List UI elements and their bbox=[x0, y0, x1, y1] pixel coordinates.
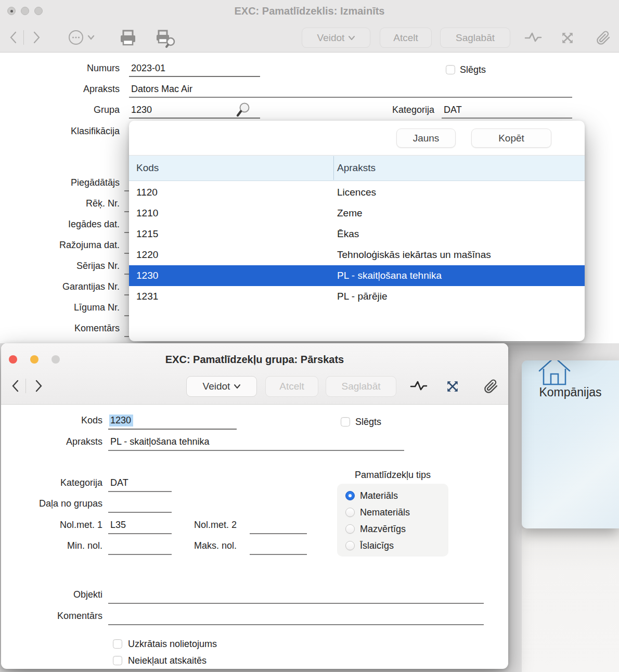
paste-special-magnifier-icon[interactable] bbox=[235, 102, 252, 120]
numurs-label: Numurs bbox=[0, 62, 125, 74]
apraksts-label: Apraksts bbox=[1, 436, 108, 447]
apraksts-value[interactable]: PL - skaitļošana tehnika bbox=[110, 436, 209, 447]
asset-group-window: EXC: Pamatlīdzekļu grupa: Pārskats Veido… bbox=[1, 343, 508, 669]
apraksts-column-header[interactable]: Apraksts bbox=[337, 162, 376, 174]
background-window-area bbox=[522, 528, 619, 672]
uzkratais-nolietojums-checkbox[interactable] bbox=[113, 639, 122, 649]
radio-mazvertigs-label: Mazvērtīgs bbox=[360, 524, 406, 534]
asset-group-paste-special-window: Jauns Kopēt Kods Apraksts 1120Licences 1… bbox=[129, 121, 585, 341]
maks-nol-underline bbox=[250, 554, 307, 555]
apraksts-label: Apraksts bbox=[0, 83, 125, 95]
nolmet1-underline bbox=[108, 533, 172, 534]
komentars-label: Komentārs bbox=[1, 610, 108, 622]
asset-window-title: EXC: Pamatlīdzeklis: Izmainīts bbox=[0, 5, 619, 17]
companies-panel[interactable]: Kompānijas bbox=[522, 360, 619, 528]
atcelt-button: Atcelt bbox=[265, 376, 318, 397]
radio-nemateriāls-label: Nemateriāls bbox=[360, 507, 410, 518]
nolmet1-value[interactable]: L35 bbox=[110, 519, 126, 531]
slegts-checkbox[interactable] bbox=[446, 65, 455, 74]
objekti-label: Objekti bbox=[1, 589, 108, 600]
list-row[interactable]: 1120Licences bbox=[129, 182, 585, 203]
list-header: Kods Apraksts bbox=[129, 155, 585, 181]
activity-icon[interactable] bbox=[410, 380, 428, 394]
radio-mazvertigs[interactable] bbox=[345, 524, 355, 534]
min-nol-underline bbox=[108, 554, 172, 555]
kods-label: Kods bbox=[1, 415, 108, 426]
razojuma-dat-label: Ražojuma dat. bbox=[0, 239, 125, 251]
group-window-titlebar: EXC: Pamatlīdzekļu grupa: Pārskats Veido… bbox=[1, 343, 508, 405]
paperclip-icon[interactable] bbox=[484, 379, 498, 396]
grupa-value[interactable]: 1230 bbox=[131, 104, 152, 115]
companies-label: Kompānijas bbox=[522, 385, 619, 399]
group-window-title: EXC: Pamatlīdzekļu grupa: Pārskats bbox=[1, 354, 508, 366]
column-divider bbox=[333, 156, 334, 180]
slegts-checkbox[interactable] bbox=[341, 417, 350, 427]
expand-icon[interactable] bbox=[446, 380, 459, 395]
back-icon[interactable] bbox=[7, 30, 20, 47]
liguma-nr-label: Līguma Nr. bbox=[0, 302, 125, 313]
list-row-selected[interactable]: 1230PL - skaitļošana tehnika bbox=[129, 265, 585, 286]
asset-type-radio-group: Materiāls Nemateriāls Mazvērtīgs Īslaicī… bbox=[337, 484, 448, 557]
print-icon[interactable] bbox=[119, 29, 137, 49]
iegades-dat-label: Iegādes dat. bbox=[0, 218, 125, 230]
numurs-underline bbox=[129, 76, 260, 77]
min-nol-label: Min. nol. bbox=[1, 540, 108, 551]
atcelt-button[interactable]: Atcelt bbox=[380, 28, 432, 48]
tips-heading: Pamatlīdzekļu tips bbox=[337, 470, 448, 481]
saglabat-button: Saglabāt bbox=[326, 376, 396, 397]
kategorija-label: Kategorija bbox=[1, 477, 108, 488]
kods-column-header[interactable]: Kods bbox=[136, 162, 159, 174]
rek-nr-label: Rēķ. Nr. bbox=[0, 198, 125, 209]
serijas-nr-label: Sērijas Nr. bbox=[0, 260, 125, 272]
klasifikacija-label: Klasifikācija bbox=[0, 125, 125, 137]
kategorija-value[interactable]: DAT bbox=[444, 104, 462, 115]
komentars-underline bbox=[108, 624, 484, 625]
grupa-label: Grupa bbox=[0, 104, 125, 115]
list-row[interactable]: 1220Tehnoloģiskās iekārtas un mašīnas bbox=[129, 244, 585, 265]
radio-materials[interactable] bbox=[345, 491, 355, 500]
forward-icon[interactable] bbox=[30, 30, 43, 47]
print-preview-icon[interactable] bbox=[154, 29, 178, 50]
jauns-button[interactable]: Jauns bbox=[396, 128, 456, 148]
saglabat-button[interactable]: Saglabāt bbox=[440, 28, 510, 48]
list-row[interactable]: 1231PL - pārējie bbox=[129, 286, 585, 307]
kods-value[interactable]: 1230 bbox=[110, 415, 133, 426]
paperclip-icon[interactable] bbox=[596, 30, 611, 48]
komentars-label: Komentārs bbox=[0, 322, 125, 334]
neieklaut-atskaites-label: Neiekļaut atskaitēs bbox=[128, 655, 207, 666]
apraksts-underline bbox=[129, 97, 572, 98]
back-icon[interactable] bbox=[9, 379, 22, 395]
nav-divider bbox=[25, 379, 26, 393]
forward-icon[interactable] bbox=[32, 379, 45, 395]
nolmet2-underline bbox=[250, 533, 307, 534]
veidot-button[interactable]: Veidot bbox=[186, 376, 257, 397]
piegadatajs-label: Piegādātājs bbox=[0, 177, 125, 188]
kategorija-underline bbox=[442, 118, 572, 119]
kopet-button[interactable]: Kopēt bbox=[471, 128, 551, 148]
slegts-checkbox-label: Slēgts bbox=[355, 417, 381, 427]
operations-menu-icon[interactable] bbox=[68, 29, 96, 48]
radio-islaicigs-label: Īslaicīgs bbox=[360, 540, 394, 551]
objekti-underline bbox=[108, 603, 484, 604]
radio-nemateriāls[interactable] bbox=[345, 508, 355, 517]
nolmet1-label: Nol.met. 1 bbox=[1, 519, 108, 531]
expand-icon[interactable] bbox=[561, 31, 574, 47]
selected-text: 1230 bbox=[109, 415, 133, 427]
radio-materials-label: Materiāls bbox=[360, 490, 398, 501]
apraksts-underline bbox=[108, 450, 404, 451]
veidot-button[interactable]: Veidot bbox=[302, 28, 370, 48]
dala-no-grupas-underline bbox=[108, 512, 172, 513]
garantijas-nr-label: Garantijas Nr. bbox=[0, 281, 125, 292]
radio-islaicigs[interactable] bbox=[345, 541, 355, 550]
kategorija-value[interactable]: DAT bbox=[110, 477, 128, 488]
numurs-value[interactable]: 2023-01 bbox=[131, 62, 165, 74]
apraksts-value[interactable]: Dators Mac Air bbox=[131, 83, 192, 95]
list-row[interactable]: 1210Zeme bbox=[129, 203, 585, 224]
slegts-checkbox-label: Slēgts bbox=[460, 64, 486, 75]
list-row[interactable]: 1215Ēkas bbox=[129, 224, 585, 244]
neieklaut-atskaites-checkbox[interactable] bbox=[113, 656, 122, 665]
nav-divider bbox=[23, 30, 24, 45]
kods-underline bbox=[108, 429, 237, 430]
activity-icon[interactable] bbox=[524, 31, 542, 46]
kategorija-label: Kategorija bbox=[364, 104, 440, 115]
